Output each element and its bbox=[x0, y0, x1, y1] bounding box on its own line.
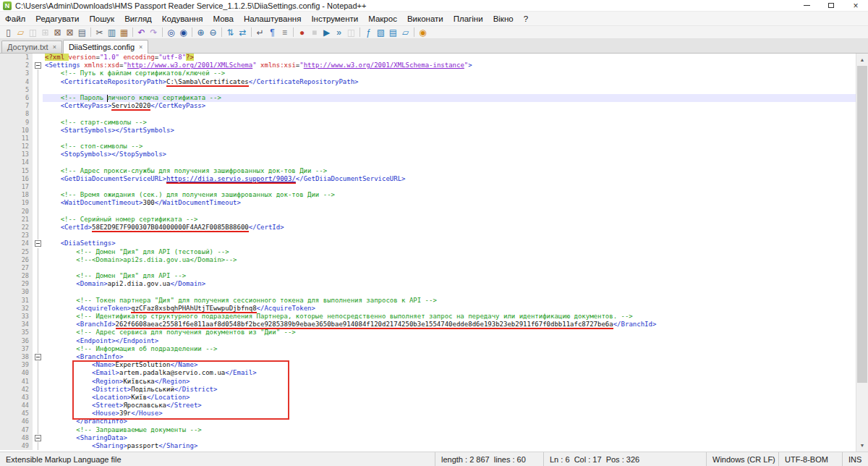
menu-run[interactable]: Виконати bbox=[402, 12, 448, 25]
record-macro-icon[interactable]: ● bbox=[296, 26, 308, 38]
menu-encoding[interactable]: Кодування bbox=[157, 12, 208, 25]
toolbar-separator bbox=[359, 27, 360, 37]
sync-vertical-icon[interactable]: ⇅ bbox=[224, 26, 237, 38]
cut-icon[interactable]: ✂ bbox=[93, 26, 106, 38]
code-text bbox=[43, 288, 856, 296]
sync-horizontal-icon[interactable]: ⇄ bbox=[237, 26, 249, 38]
fold-margin bbox=[33, 305, 43, 313]
fold-margin bbox=[33, 143, 43, 151]
status-eol-format[interactable]: Windows (CR LF) bbox=[706, 452, 778, 466]
save-macro-icon: ◫ bbox=[345, 26, 357, 38]
code-line-9: 9 <!-- старт-символы --> bbox=[0, 119, 856, 127]
menu-plugins[interactable]: Плагіни bbox=[448, 12, 488, 25]
code-text: <!-- Пароль личного ключа сертификата --… bbox=[43, 94, 856, 102]
fold-margin bbox=[33, 321, 43, 329]
fold-collapse-marker[interactable] bbox=[33, 353, 43, 361]
line-number: 41 bbox=[0, 378, 33, 386]
menu-bar: ФайлРедагуватиПошукВиглядКодуванняМоваНа… bbox=[0, 12, 868, 25]
code-line-15: 15 <!-- Адрес прокси-службы для получени… bbox=[0, 167, 856, 175]
menu-settings[interactable]: Налаштування bbox=[239, 12, 306, 25]
fold-collapse-marker[interactable] bbox=[33, 62, 43, 69]
replace-icon[interactable]: ◉ bbox=[177, 26, 190, 38]
new-file-icon[interactable]: ▯ bbox=[2, 26, 14, 38]
close-button[interactable]: × bbox=[843, 0, 868, 11]
code-line-11: 11 bbox=[0, 135, 856, 143]
paste-icon[interactable]: ▦ bbox=[118, 26, 130, 38]
word-wrap-icon[interactable]: ↵ bbox=[254, 26, 266, 38]
code-line-35: 35 <!-- Адрес сервиса для получения доку… bbox=[0, 329, 856, 336]
menu-file[interactable]: Файл bbox=[0, 12, 30, 25]
open-folder-icon[interactable]: ▱ bbox=[14, 26, 27, 38]
tab-label: Доступи.txt bbox=[7, 43, 48, 51]
code-line-5: 5 bbox=[0, 86, 856, 94]
print-icon[interactable]: ▤ bbox=[76, 26, 88, 38]
menu-view[interactable]: Вигляд bbox=[119, 12, 157, 25]
tab-close-icon[interactable]: × bbox=[139, 43, 142, 51]
code-text: <Email>artem.padalka@servio.com.ua</Emai… bbox=[43, 369, 856, 377]
document-map-icon[interactable]: ▧ bbox=[375, 26, 387, 38]
menu-language[interactable]: Мова bbox=[208, 12, 238, 25]
fold-collapse-marker[interactable] bbox=[33, 240, 43, 247]
menu-macro[interactable]: Макрос bbox=[363, 12, 402, 25]
code-text: <!-- Домен "Дия" для API (тестовый) --> bbox=[43, 248, 856, 256]
code-text: <!-- Информация об подразделении --> bbox=[43, 345, 856, 353]
code-text: <!-- старт-символы --> bbox=[43, 119, 856, 127]
code-text bbox=[43, 86, 856, 94]
undo-icon[interactable]: ↶ bbox=[135, 26, 148, 38]
status-length-lines: length : 2 867 lines : 60 bbox=[435, 452, 543, 466]
tab-close-icon[interactable]: × bbox=[53, 43, 56, 51]
stop-macro-icon: ■ bbox=[308, 26, 320, 38]
function-list-icon[interactable]: ƒ bbox=[362, 26, 375, 38]
minimize-button[interactable] bbox=[794, 0, 819, 11]
redo-icon[interactable]: ↷ bbox=[148, 26, 160, 38]
menu-search[interactable]: Пошук bbox=[84, 12, 119, 25]
copy-icon[interactable]: ▥ bbox=[106, 26, 118, 38]
line-number: 3 bbox=[0, 69, 33, 77]
menu-tools[interactable]: Інструменти bbox=[306, 12, 363, 25]
document-list-icon[interactable]: ▤ bbox=[387, 26, 399, 38]
maximize-icon bbox=[828, 3, 834, 8]
close-file-icon[interactable]: ⊠ bbox=[51, 26, 64, 38]
code-text: <District>Подільський</District> bbox=[43, 386, 856, 394]
line-number: 21 bbox=[0, 216, 33, 224]
line-number: 15 bbox=[0, 167, 33, 175]
fold-margin bbox=[33, 69, 43, 77]
status-typing-mode[interactable]: INS bbox=[842, 452, 868, 466]
code-text: <!-- Домен "Дия" для API --> bbox=[43, 272, 856, 280]
show-all-chars-icon[interactable]: ¶ bbox=[266, 26, 278, 38]
scroll-down-icon[interactable]: ▼ bbox=[856, 439, 868, 452]
folder-as-workspace-icon[interactable]: ▱ bbox=[399, 26, 412, 38]
line-number: 14 bbox=[0, 158, 33, 166]
fold-margin bbox=[33, 158, 43, 166]
run-macro-multiple-icon[interactable]: » bbox=[333, 26, 345, 38]
find-icon[interactable]: ◎ bbox=[165, 26, 177, 38]
editor[interactable]: 1<?xml version="1.0" encoding="utf-8"?>2… bbox=[0, 54, 868, 452]
tab-dostupy-txt[interactable]: Доступи.txt× bbox=[1, 41, 62, 53]
menu-window[interactable]: Вікно bbox=[488, 12, 519, 25]
play-macro-icon[interactable]: ▶ bbox=[320, 26, 333, 38]
vertical-scrollbar[interactable]: ▲ ▼ bbox=[856, 54, 868, 452]
fold-collapse-marker[interactable] bbox=[33, 434, 43, 442]
tab-diiasettings-config[interactable]: DiiaSettings.config× bbox=[63, 40, 148, 54]
maximize-button[interactable] bbox=[819, 0, 843, 11]
scrollbar-thumb[interactable] bbox=[857, 66, 867, 383]
menu-edit[interactable]: Редагувати bbox=[30, 12, 84, 25]
indent-guide-icon[interactable]: ≡ bbox=[278, 26, 291, 38]
code-text: <!-- Адрес прокси-службы для получения з… bbox=[43, 167, 856, 175]
line-number: 22 bbox=[0, 224, 33, 232]
code-text: <Region>Київська</Region> bbox=[43, 378, 856, 386]
code-line-34: 34 <BranchId>262f6608aeac25581f6e811aaf8… bbox=[0, 321, 856, 329]
code-line-37: 37 <!-- Информация об подразделении --> bbox=[0, 345, 856, 353]
close-all-icon[interactable]: ⊠ bbox=[64, 26, 76, 38]
code-line-16: 16 <GetDiiaDocumentServiceURL>https://di… bbox=[0, 175, 856, 183]
code-line-49: 49 <Sharing>passport</Sharing> bbox=[0, 442, 856, 450]
monitoring-icon[interactable]: ◉ bbox=[417, 26, 429, 38]
scroll-up-icon[interactable]: ▲ bbox=[856, 54, 868, 66]
fold-margin bbox=[33, 94, 43, 102]
status-encoding[interactable]: UTF-8-BOM bbox=[778, 452, 842, 466]
zoom-in-icon[interactable]: ⊕ bbox=[195, 26, 207, 38]
code-line-25: 25 <!-- Домен "Дия" для API (тестовый) -… bbox=[0, 248, 856, 256]
zoom-out-icon[interactable]: ⊖ bbox=[207, 26, 219, 38]
fold-margin bbox=[33, 313, 43, 321]
menu-help[interactable]: ? bbox=[519, 12, 533, 25]
